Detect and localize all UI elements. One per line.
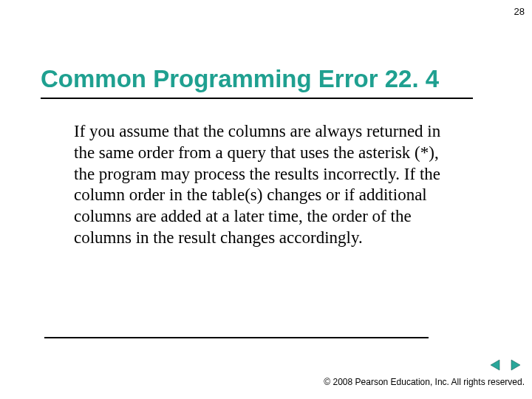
title-underline xyxy=(41,98,473,99)
copyright-text: © 2008 Pearson Education, Inc. All right… xyxy=(324,377,525,387)
bottom-divider xyxy=(44,337,429,338)
slide-title: Common Programming Error 22. 4 xyxy=(41,65,491,98)
svg-marker-1 xyxy=(511,360,520,370)
prev-arrow-icon[interactable] xyxy=(489,359,502,371)
page-number: 28 xyxy=(514,6,525,17)
body-text: If you assume that the columns are alway… xyxy=(74,121,454,249)
nav-controls xyxy=(489,359,522,371)
next-arrow-icon[interactable] xyxy=(508,359,522,371)
svg-marker-0 xyxy=(491,360,499,370)
